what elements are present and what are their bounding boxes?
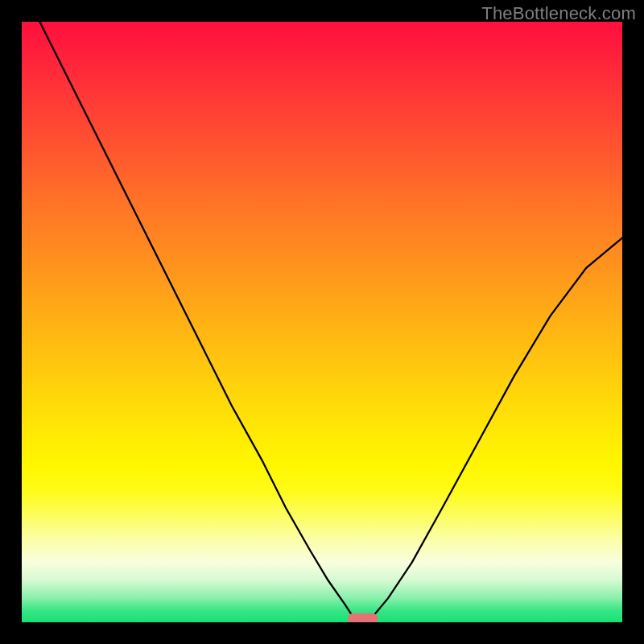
- curve-left-branch: [39, 22, 353, 617]
- curve-layer: [22, 22, 622, 622]
- watermark-text: TheBottleneck.com: [481, 3, 636, 24]
- chart-frame: TheBottleneck.com: [0, 0, 644, 644]
- curve-right-branch: [373, 238, 622, 617]
- plot-area: [22, 22, 622, 622]
- optimal-marker: [348, 613, 378, 622]
